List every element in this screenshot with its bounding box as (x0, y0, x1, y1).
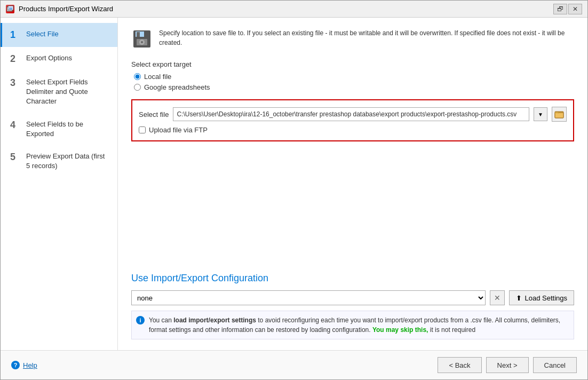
sidebar-item-fields[interactable]: 4 Select Fields to be Exported (1, 113, 117, 145)
sidebar: 1 Select File 2 Export Options 3 Select … (1, 18, 118, 350)
skip-text: You may skip this, (372, 326, 428, 334)
local-file-label: Local file (144, 73, 171, 81)
file-select-box: Select file ▼ Upload file via FTP (131, 99, 574, 141)
sidebar-label-2: Export Options (26, 53, 72, 63)
config-row: none ✕ ⬆ Load Settings (131, 290, 574, 305)
file-dropdown-button[interactable]: ▼ (534, 107, 547, 121)
load-settings-button[interactable]: ⬆ Load Settings (509, 290, 574, 305)
sidebar-item-select-file[interactable]: 1 Select File (1, 23, 117, 47)
main-content: 1 Select File 2 Export Options 3 Select … (1, 18, 587, 350)
upload-ftp-row: Upload file via FTP (139, 126, 567, 134)
help-icon: ? (11, 361, 20, 369)
next-button[interactable]: Next > (486, 357, 529, 373)
disk-icon (131, 28, 153, 50)
sidebar-label-4: Select Fields to be Exported (26, 120, 109, 139)
sidebar-num-4: 4 (10, 120, 21, 131)
title-bar-left: Products Import/Export Wizard (6, 5, 113, 13)
app-icon (6, 5, 14, 13)
sidebar-item-export-options[interactable]: 2 Export Options (1, 47, 117, 71)
google-sheets-radio[interactable] (134, 84, 141, 91)
help-link[interactable]: Help (23, 361, 37, 369)
svg-rect-11 (555, 113, 563, 118)
sidebar-num-1: 1 (10, 29, 21, 41)
footer-buttons: < Back Next > Cancel (438, 357, 577, 373)
local-file-radio[interactable] (134, 73, 141, 80)
footer-left: ? Help (11, 361, 37, 369)
file-select-row: Select file ▼ (139, 107, 567, 122)
main-window: Products Import/Export Wizard 🗗 ✕ 1 Sele… (0, 0, 588, 380)
config-select[interactable]: none (131, 290, 486, 305)
config-clear-button[interactable]: ✕ (490, 290, 505, 305)
file-browse-button[interactable] (552, 107, 567, 122)
export-target-label: Select export target (131, 60, 574, 68)
info-box: i You can load import/export settings to… (131, 311, 574, 339)
sidebar-item-delimiter[interactable]: 3 Select Export Fields Delimiter and Quo… (1, 71, 117, 113)
restore-button[interactable]: 🗗 (553, 4, 567, 14)
sidebar-item-preview[interactable]: 5 Preview Export Data (first 5 records) (1, 145, 117, 177)
info-text: Specify location to save file to. If you… (159, 28, 574, 48)
title-controls: 🗗 ✕ (553, 4, 582, 14)
footer: ? Help < Back Next > Cancel (1, 350, 587, 379)
upload-ftp-checkbox[interactable] (139, 126, 146, 133)
top-info: Specify location to save file to. If you… (131, 28, 574, 50)
close-button[interactable]: ✕ (568, 4, 582, 14)
upload-icon: ⬆ (516, 294, 522, 302)
google-sheets-label: Google spreadsheets (144, 83, 210, 91)
sidebar-num-5: 5 (10, 152, 21, 163)
sidebar-num-2: 2 (10, 53, 21, 65)
info-box-text: You can load import/export settings to a… (149, 315, 569, 335)
sidebar-label-1: Select File (26, 29, 59, 39)
sidebar-label-5: Preview Export Data (first 5 records) (26, 152, 109, 171)
info-icon: i (136, 316, 145, 324)
use-config-title: Use Import/Export Configuration (131, 273, 574, 284)
svg-point-9 (141, 41, 143, 43)
content-area: Specify location to save file to. If you… (118, 18, 587, 350)
title-bar: Products Import/Export Wizard 🗗 ✕ (1, 1, 587, 18)
radio-group: Local file Google spreadsheets (131, 73, 574, 91)
use-config-section: Use Import/Export Configuration none ✕ ⬆… (131, 273, 574, 339)
sidebar-num-3: 3 (10, 77, 21, 89)
back-button[interactable]: < Back (438, 357, 481, 373)
sidebar-label-3: Select Export Fields Delimiter and Quote… (26, 77, 109, 107)
window-title: Products Import/Export Wizard (19, 5, 113, 13)
svg-rect-6 (137, 32, 140, 37)
radio-google-row: Google spreadsheets (134, 83, 574, 91)
file-select-label: Select file (139, 110, 169, 118)
upload-ftp-label: Upload file via FTP (149, 126, 208, 134)
radio-local-row: Local file (134, 73, 574, 81)
file-path-input[interactable] (173, 107, 529, 121)
cancel-button[interactable]: Cancel (533, 357, 577, 373)
